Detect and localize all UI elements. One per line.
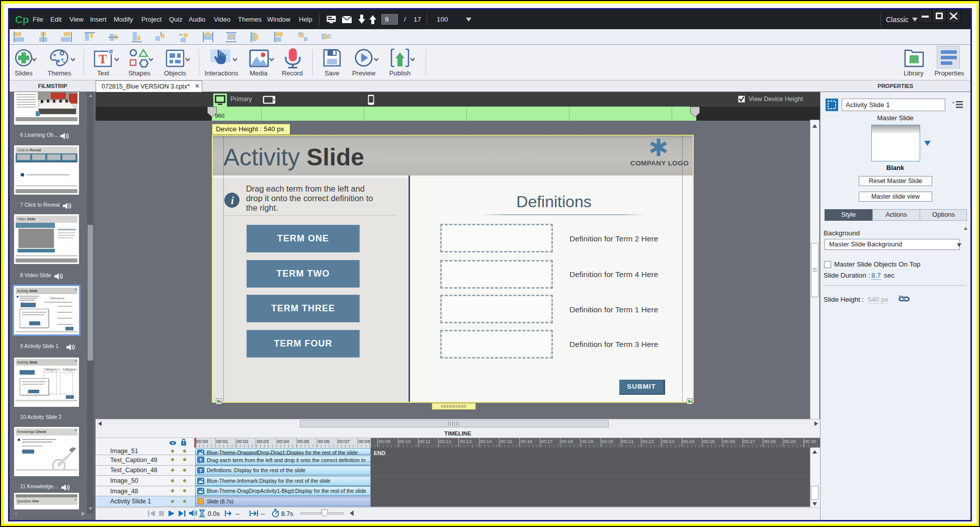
svg-text:T: T bbox=[199, 458, 202, 463]
svg-text:T: T bbox=[99, 52, 107, 66]
svg-text:T: T bbox=[199, 468, 202, 473]
